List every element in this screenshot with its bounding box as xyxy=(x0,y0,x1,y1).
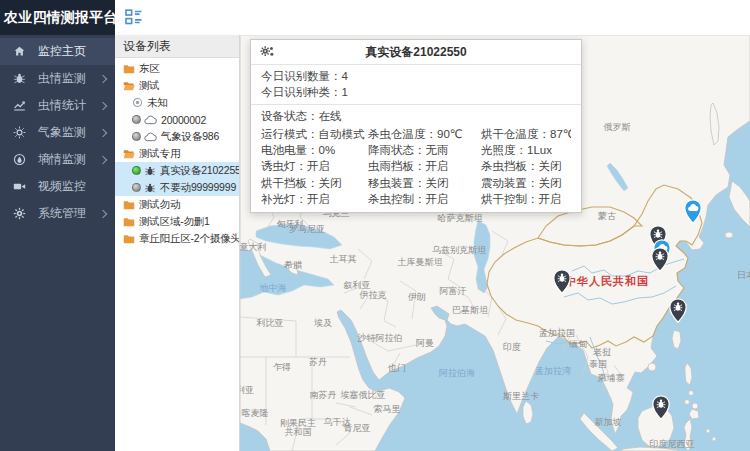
bug-icon xyxy=(144,182,156,194)
home-icon xyxy=(12,44,27,59)
sidebar-item-气象监测[interactable]: 气象监测 xyxy=(0,119,115,146)
folder-open-icon xyxy=(123,149,135,159)
sidebar-item-label: 虫情统计 xyxy=(38,97,86,114)
metric-移虫装置: 移虫装置：关闭 xyxy=(368,175,481,191)
sidebar-item-墒情监测[interactable]: 墒情监测 xyxy=(0,146,115,173)
map-marker-dark-bug-pin-icon[interactable] xyxy=(553,269,572,298)
weather-icon xyxy=(12,125,27,140)
sidebar-item-label: 系统管理 xyxy=(38,205,86,222)
tree-node-label: 未知 xyxy=(147,96,168,110)
tree-device-20000002[interactable]: 20000002 xyxy=(115,111,239,128)
map-marker-blue-cloud-pin-icon[interactable] xyxy=(684,199,703,228)
device-status-row: 设备状态：在线 xyxy=(251,105,581,125)
tree-node-label: 真实设备21022550 xyxy=(160,164,239,178)
popup-device-title: 真实设备21022550 xyxy=(251,40,581,64)
tree-device-未知[interactable]: 未知 xyxy=(115,94,239,111)
sidebar-item-系统管理[interactable]: 系统管理 xyxy=(0,200,115,227)
tree-folder-东区[interactable]: 东区 xyxy=(115,60,239,77)
metric-光照度: 光照度：1Lux xyxy=(481,142,571,158)
sidebar-item-监控主页[interactable]: 监控主页 xyxy=(0,38,115,65)
sidebar-nav: 监控主页虫情监测虫情统计气象监测墒情监测视频监控系统管理 xyxy=(0,35,115,227)
gear-icon xyxy=(12,206,27,221)
topbar xyxy=(115,0,750,36)
tree-node-label: 20000002 xyxy=(161,114,206,126)
sidebar-item-label: 气象监测 xyxy=(38,124,86,141)
metric-运行模式: 运行模式：自动模式 xyxy=(261,126,368,142)
app-window: 农业四情测报平台 监控主页虫情监测虫情统计气象监测墒情监测视频监控系统管理 设备… xyxy=(0,0,750,451)
tree-node-label: 测试专用 xyxy=(139,147,180,161)
chevron-right-icon xyxy=(99,101,107,109)
folder-closed-icon xyxy=(123,64,135,74)
cloud-icon xyxy=(144,115,157,125)
status-dot-gray xyxy=(132,132,141,141)
tree-node-label: 章丘阳丘区-2个摄像头 xyxy=(139,232,239,246)
tree-folder-测试勿动[interactable]: 测试勿动 xyxy=(115,196,239,213)
folder-closed-icon xyxy=(123,217,135,227)
device-panel-header: 设备列表 xyxy=(115,35,239,58)
video-icon xyxy=(12,179,27,194)
metric-虫雨挡板: 虫雨挡板：开启 xyxy=(368,158,481,174)
status-dot-gray xyxy=(132,115,141,124)
bug-icon xyxy=(12,71,27,86)
chart-icon xyxy=(12,98,27,113)
device-settings-gear-icon[interactable] xyxy=(259,44,275,60)
status-dot-gray xyxy=(132,183,141,192)
sidebar-item-虫情监测[interactable]: 虫情监测 xyxy=(0,65,115,92)
status-dot-green xyxy=(132,166,141,175)
map-marker-dark-bug-pin-icon[interactable] xyxy=(651,247,670,276)
folder-open-icon xyxy=(123,81,135,91)
tree-node-label: 东区 xyxy=(139,62,160,76)
folder-closed-icon xyxy=(123,234,135,244)
metric-电池电量: 电池电量：0% xyxy=(261,142,368,158)
tree-device-不要动99999999[interactable]: 不要动99999999 xyxy=(115,179,239,196)
tree-node-label: 测试 xyxy=(139,79,160,93)
chevron-right-icon xyxy=(99,155,107,163)
tree-node-label: 测试区域-勿删1 xyxy=(139,215,210,229)
tree-folder-测试[interactable]: 测试 xyxy=(115,77,239,94)
metric-补光灯: 补光灯：开启 xyxy=(261,191,368,207)
popup-header: 真实设备21022550 xyxy=(251,40,581,65)
chevron-right-icon xyxy=(99,209,107,217)
app-title: 农业四情测报平台 xyxy=(0,0,115,35)
soil-icon xyxy=(12,152,27,167)
sidebar-item-label: 视频监控 xyxy=(38,178,86,195)
tree-node-label: 气象设备986 xyxy=(161,130,219,144)
sidebar: 农业四情测报平台 监控主页虫情监测虫情统计气象监测墒情监测视频监控系统管理 xyxy=(0,0,115,451)
today-identify-species: 今日识别种类：1 xyxy=(261,84,571,100)
chevron-right-icon xyxy=(99,128,107,136)
bug-icon xyxy=(144,165,156,177)
folder-closed-icon xyxy=(123,200,135,210)
tree-node-label: 不要动99999999 xyxy=(160,181,236,195)
sidebar-item-label: 墒情监测 xyxy=(38,151,86,168)
tree-folder-章丘阳丘区-2个摄像头[interactable]: 章丘阳丘区-2个摄像头 xyxy=(115,230,239,247)
tree-device-真实设备21022550[interactable]: 真实设备21022550 xyxy=(115,162,239,179)
sidebar-item-虫情统计[interactable]: 虫情统计 xyxy=(0,92,115,119)
device-tree-toggle-icon[interactable] xyxy=(125,9,145,26)
map-canvas[interactable]: 俄罗斯蒙古中华人民共和国哈萨克斯坦捷克乌克兰匈牙利罗马尼亚意大利希腊土耳其乌兹别… xyxy=(240,35,750,451)
chevron-right-icon xyxy=(99,74,107,82)
metric-杀虫挡板: 杀虫挡板：关闭 xyxy=(481,158,571,174)
sidebar-item-label: 监控主页 xyxy=(38,43,86,60)
metric-降雨状态: 降雨状态：无雨 xyxy=(368,142,481,158)
tree-folder-测试专用[interactable]: 测试专用 xyxy=(115,145,239,162)
map-marker-dark-bug-pin-icon[interactable] xyxy=(652,395,671,424)
device-tree: 东区测试未知20000002气象设备986测试专用真实设备21022550不要动… xyxy=(115,58,239,247)
metric-震动装置: 震动装置：关闭 xyxy=(481,175,571,191)
sidebar-item-label: 虫情监测 xyxy=(38,70,86,87)
sidebar-item-视频监控[interactable]: 视频监控 xyxy=(0,173,115,200)
metric-烘干控制: 烘干控制：开启 xyxy=(481,191,571,207)
map-marker-dark-bug-pin-icon[interactable] xyxy=(669,298,688,327)
metric-诱虫灯: 诱虫灯：开启 xyxy=(261,158,368,174)
device-metrics-grid: 运行模式：自动模式杀虫仓温度：90℃烘干仓温度：87℃电池电量：0%降雨状态：无… xyxy=(251,125,581,212)
today-identify-count: 今日识别数量：4 xyxy=(261,68,571,84)
pin-icon xyxy=(132,97,143,108)
device-panel: 设备列表 东区测试未知20000002气象设备986测试专用真实设备210225… xyxy=(115,35,240,451)
tree-device-气象设备986[interactable]: 气象设备986 xyxy=(115,128,239,145)
tree-node-label: 测试勿动 xyxy=(139,198,180,212)
cloud-icon xyxy=(144,132,157,142)
metric-烘干挡板: 烘干挡板：关闭 xyxy=(261,175,368,191)
metric-烘干仓温度: 烘干仓温度：87℃ xyxy=(481,126,571,142)
tree-folder-测试区域-勿删1[interactable]: 测试区域-勿删1 xyxy=(115,213,239,230)
metric-杀虫仓温度: 杀虫仓温度：90℃ xyxy=(368,126,481,142)
device-info-popup: 真实设备21022550 今日识别数量：4 今日识别种类：1 设备状态：在线 运… xyxy=(250,39,582,213)
